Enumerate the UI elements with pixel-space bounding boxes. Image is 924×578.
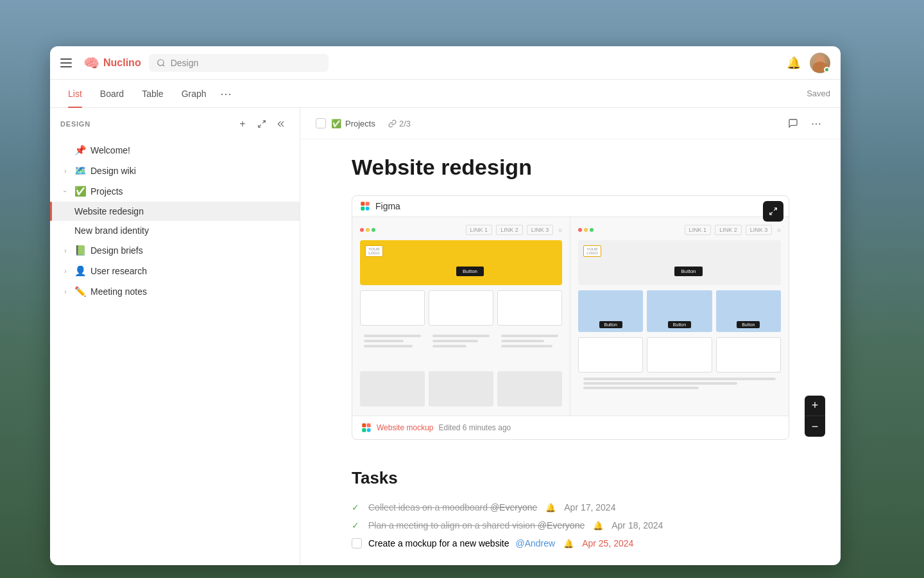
figma-bottom-gray-2	[429, 371, 493, 407]
notification-bell-icon[interactable]: 🔔	[787, 56, 801, 70]
task-checkmark-2[interactable]: ✓	[352, 520, 362, 530]
svg-line-1	[162, 64, 164, 66]
figma-hero-gray: YOURLOGO Button	[578, 240, 781, 285]
top-bar-right: 🔔	[787, 53, 830, 73]
menu-icon[interactable]	[60, 55, 76, 71]
sidebar-item-new-brand-identity[interactable]: New brand identity □	[50, 221, 300, 240]
figma-expand-button[interactable]	[763, 201, 783, 222]
sidebar-item-meeting-notes[interactable]: › ✏️ Meeting notes □	[50, 281, 300, 302]
collapse-sidebar-button[interactable]	[273, 116, 289, 132]
figma-panel-right: LINK 1 LINK 2 LINK 3 ≡ YOURLOGO B	[570, 217, 789, 416]
comment-button[interactable]	[784, 114, 802, 132]
figma-bottom-gray-3	[497, 371, 562, 407]
figma-bottom-gray-1	[360, 371, 425, 407]
svg-point-5	[366, 207, 370, 211]
svg-point-9	[367, 428, 371, 432]
figma-card-white-2	[429, 290, 493, 326]
task-checkbox-3[interactable]	[352, 538, 362, 548]
figma-panel-left: LINK 1 LINK 2 LINK 3 ≡ YOURLOGO B	[352, 217, 570, 416]
user-avatar-container	[810, 53, 830, 73]
expand-arrow[interactable]: ›	[60, 286, 71, 297]
task-mention-3: @Andrew	[515, 538, 555, 548]
svg-rect-2	[361, 202, 364, 206]
document-checkbox[interactable]	[316, 118, 326, 128]
tasks-section: Tasks ✓ Collect ideas on a moodboard @Ev…	[300, 468, 841, 565]
breadcrumb: ✅ Projects	[331, 119, 375, 128]
zoom-out-button[interactable]: −	[805, 416, 825, 437]
figma-blue-card-2: Button	[647, 290, 712, 332]
welcome-icon: 📌	[74, 144, 87, 156]
browser-dots-right	[578, 228, 594, 232]
sidebar-item-label: Meeting notes	[90, 286, 281, 297]
sidebar-item-label: Projects	[90, 186, 281, 197]
expand-arrow[interactable]: ›	[60, 186, 71, 197]
expand-arrow[interactable]: ›	[60, 245, 71, 256]
tab-list[interactable]: List	[60, 80, 90, 108]
task-checkmark-1[interactable]: ✓	[352, 502, 362, 512]
sidebar-header-actions: +	[234, 116, 289, 132]
tab-graph[interactable]: Graph	[174, 80, 214, 108]
top-bar: 🧠 Nuclino Design 🔔	[50, 46, 841, 80]
logo[interactable]: 🧠 Nuclino	[83, 55, 141, 71]
task-item-3: Create a mockup for a new website @Andre…	[352, 534, 789, 552]
sidebar-item-label: Design briefs	[90, 245, 281, 256]
figma-lines-3	[497, 331, 562, 366]
sidebar-item-design-wiki[interactable]: › 🗺️ Design wiki □	[50, 161, 300, 181]
task-date-1: Apr 17, 2024	[564, 502, 615, 512]
figma-blue-btn-2: Button	[668, 321, 691, 328]
figma-card-white-1	[360, 290, 425, 326]
expand-arrow[interactable]: ›	[60, 266, 71, 276]
breadcrumb-label[interactable]: Projects	[345, 119, 375, 128]
task-item-2: ✓ Plan a meeting to align on a shared vi…	[352, 516, 789, 534]
figma-outline-1	[578, 337, 643, 372]
sidebar-item-welcome[interactable]: 📌 Welcome! □	[50, 140, 300, 161]
logo-brain-icon: 🧠	[83, 55, 99, 71]
tab-table[interactable]: Table	[134, 80, 171, 108]
task-text-content-1: Collect ideas on a moodboard	[368, 502, 488, 512]
document-content: Website redesign Figma	[300, 139, 841, 468]
expand-button[interactable]	[253, 116, 270, 132]
svg-rect-7	[367, 423, 371, 427]
saved-indicator: Saved	[807, 89, 830, 98]
figma-card-white-3	[497, 290, 562, 326]
expand-arrow[interactable]: ›	[60, 166, 71, 176]
tab-more-button[interactable]: ⋯	[217, 85, 235, 103]
tasks-title: Tasks	[352, 468, 789, 488]
add-item-button[interactable]: +	[234, 116, 251, 132]
link-icon	[388, 119, 397, 128]
tab-board[interactable]: Board	[92, 80, 132, 108]
sidebar-item-label: Website redesign	[74, 206, 281, 216]
svg-rect-6	[362, 423, 366, 427]
figma-bottom-cards-left	[360, 371, 562, 407]
figma-lines-2	[429, 331, 493, 366]
figma-lines-1	[360, 331, 425, 366]
more-options-button[interactable]: ⋯	[807, 114, 825, 132]
search-bar[interactable]: Design	[149, 54, 329, 72]
figma-outline-3	[716, 337, 781, 372]
zoom-in-button[interactable]: +	[805, 396, 825, 416]
task-date-3: Apr 25, 2024	[582, 538, 633, 548]
svg-rect-4	[361, 207, 364, 211]
figma-footer-time: Edited 6 minutes ago	[438, 423, 511, 432]
sidebar-item-label: New brand identity	[74, 225, 281, 236]
figma-logo-placeholder: YOURLOGO	[365, 245, 383, 257]
sidebar-item-design-briefs[interactable]: › 📗 Design briefs □	[50, 240, 300, 261]
sidebar-item-website-redesign[interactable]: Website redesign □	[50, 202, 300, 221]
task-bell-3: 🔔	[563, 539, 574, 548]
sidebar-header: DESIGN +	[50, 108, 300, 140]
figma-footer-name: Website mockup	[377, 423, 433, 432]
user-research-icon: 👤	[74, 265, 87, 277]
sidebar-item-user-research[interactable]: › 👤 User research □	[50, 261, 300, 281]
sidebar-item-projects[interactable]: › ✅ Projects □	[50, 181, 300, 202]
zoom-controls: + −	[805, 396, 825, 437]
content-toolbar: ✅ Projects 2/3 ⋯	[300, 108, 841, 139]
svg-rect-3	[366, 202, 370, 206]
figma-browser-bar-right: LINK 1 LINK 2 LINK 3 ≡	[578, 225, 781, 235]
browser-dots	[360, 228, 375, 232]
figma-hero-yellow: YOURLOGO Button	[360, 240, 562, 285]
figma-icon	[360, 201, 370, 211]
breadcrumb-emoji: ✅	[331, 119, 341, 128]
sidebar-item-label: Design wiki	[90, 166, 281, 176]
figma-logo-placeholder-right: YOURLOGO	[583, 245, 601, 257]
task-item-1: ✓ Collect ideas on a moodboard @Everyone…	[352, 498, 789, 516]
